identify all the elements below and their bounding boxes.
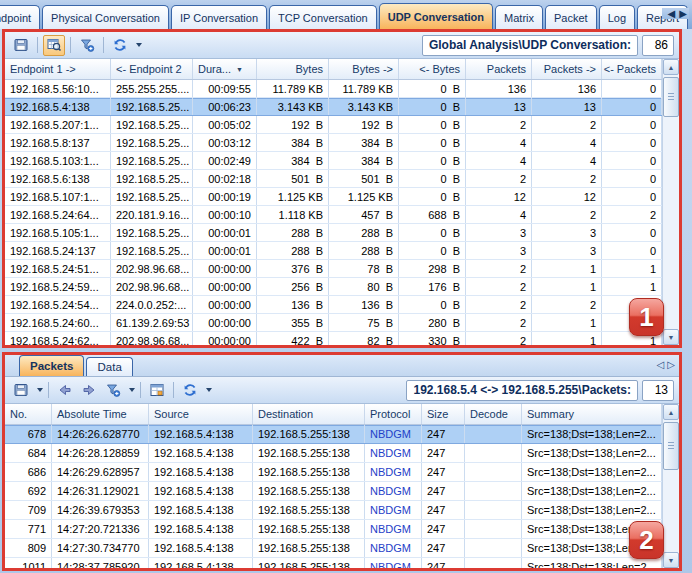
size-cell: 247 <box>422 539 465 557</box>
packet-row[interactable]: 692 14:26:31.129021 192.168.5.4:138 192.… <box>5 482 662 501</box>
conversation-row[interactable]: 192.168.5.24:64... 220.181.9.16... 00:00… <box>5 206 662 224</box>
col-protocol[interactable]: Protocol <box>365 404 422 424</box>
main-tab[interactable]: Physical Conversation <box>42 5 169 29</box>
packets-header-row: No. Absolute Time Source Destination Pro… <box>5 404 662 425</box>
filter-dropdown-caret-icon[interactable] <box>129 388 135 392</box>
main-tab[interactable]: ndpoint <box>0 5 40 29</box>
packet-row[interactable]: 678 14:26:26.628770 192.168.5.4:138 192.… <box>5 425 662 444</box>
col-absolute-time[interactable]: Absolute Time <box>52 404 149 424</box>
refresh-dropdown-caret-icon[interactable] <box>136 43 142 47</box>
endpoint1-cell: 192.168.5.107:1... <box>5 188 111 205</box>
main-tab[interactable]: Matrix <box>495 5 543 29</box>
col-decode[interactable]: Decode <box>465 404 522 424</box>
time-cell: 14:26:39.679353 <box>52 501 149 519</box>
save-dropdown-caret-icon[interactable] <box>37 388 43 392</box>
scrollbar-thumb[interactable] <box>663 77 679 117</box>
decode-view-button[interactable] <box>146 380 168 401</box>
col-source[interactable]: Source <box>149 404 253 424</box>
conversation-row[interactable]: 192.168.5.107:1... 192.168.5.25... 00:00… <box>5 188 662 206</box>
conversation-row[interactable]: 192.168.5.103:1... 192.168.5.25... 00:02… <box>5 152 662 170</box>
previous-packet-button[interactable] <box>54 380 76 401</box>
vertical-scrollbar[interactable]: ▲ ▼ <box>662 59 679 345</box>
conversation-row[interactable]: 192.168.5.24:59... 202.98.96.68... 00:00… <box>5 278 662 296</box>
conversation-row[interactable]: 192.168.5.4:138 192.168.5.25... 00:06:23… <box>5 98 662 116</box>
tab-label: ndpoint <box>0 12 31 24</box>
main-tab[interactable]: Log <box>599 5 635 29</box>
col-packets-out[interactable]: Packets -> <box>532 59 602 79</box>
col-endpoint2[interactable]: <- Endpoint 2 <box>111 59 193 79</box>
packet-row[interactable]: 686 14:26:29.628957 192.168.5.4:138 192.… <box>5 463 662 482</box>
packets-out-cell: 4 <box>532 134 602 151</box>
col-packets[interactable]: Packets <box>466 59 532 79</box>
conversation-row[interactable]: 192.168.5.24:60... 61.139.2.69:53 00:00:… <box>5 314 662 332</box>
conversation-row[interactable]: 192.168.5.24:62... 202.98.96.68... 00:00… <box>5 332 662 345</box>
scroll-up-icon[interactable]: ▲ <box>663 59 679 75</box>
scrollbar-thumb[interactable] <box>663 422 679 470</box>
scroll-down-icon[interactable]: ▼ <box>663 329 679 345</box>
refresh-button[interactable] <box>109 35 131 56</box>
scroll-down-icon[interactable]: ▼ <box>663 552 679 568</box>
packets-cell: 4 <box>466 152 532 169</box>
endpoint1-cell: 192.168.5.8:137 <box>5 134 111 151</box>
source-cell: 192.168.5.4:138 <box>149 463 253 481</box>
subtab-scroll-right-icon[interactable]: ▷ <box>667 359 675 370</box>
conversation-row[interactable]: 192.168.5.105:1... 192.168.5.25... 00:00… <box>5 224 662 242</box>
col-endpoint1[interactable]: Endpoint 1 -> <box>5 59 111 79</box>
packet-row[interactable]: 684 14:26:28.128859 192.168.5.4:138 192.… <box>5 444 662 463</box>
save-packets-button[interactable] <box>10 380 32 401</box>
packet-row[interactable]: 809 14:27:30.734770 192.168.5.4:138 192.… <box>5 539 662 558</box>
col-destination[interactable]: Destination <box>253 404 365 424</box>
export-save-button[interactable] <box>10 35 32 56</box>
packet-row[interactable]: 1011 14:28:37.785920 192.168.5.4:138 192… <box>5 558 662 568</box>
main-tab[interactable]: IP Conversation <box>171 5 267 29</box>
col-bytes-in[interactable]: <- Bytes <box>399 59 466 79</box>
conversation-row[interactable]: 192.168.5.6:138 192.168.5.25... 00:02:18… <box>5 170 662 188</box>
conversation-row[interactable]: 192.168.5.56:10... 255.255.255.... 00:09… <box>5 80 662 98</box>
filter-button[interactable] <box>76 35 98 56</box>
packet-tab[interactable]: Packets <box>19 355 84 376</box>
packets-cell: 2 <box>466 170 532 187</box>
decode-cell <box>465 539 522 557</box>
packet-tab[interactable]: Data <box>86 357 132 376</box>
scroll-up-icon[interactable]: ▲ <box>663 404 679 420</box>
tab-scroll-left-icon[interactable]: ◀ <box>668 8 676 19</box>
vertical-scrollbar[interactable]: ▲ ▼ <box>662 404 679 568</box>
conversation-grid: Endpoint 1 -> <- Endpoint 2 Dura... ▼ By… <box>5 59 679 345</box>
col-duration-label: Dura... <box>198 63 231 75</box>
bytes-cell: 1.118 KB <box>257 206 329 223</box>
endpoint2-cell: 202.98.96.68... <box>111 260 193 277</box>
refresh-packets-button[interactable] <box>179 380 201 401</box>
subtab-scroll-left-icon[interactable]: ◁ <box>657 359 665 370</box>
refresh-dropdown-caret-icon[interactable] <box>206 388 212 392</box>
col-bytes-out[interactable]: Bytes -> <box>329 59 399 79</box>
main-tab[interactable]: Packet <box>545 5 597 29</box>
packet-filter-button[interactable] <box>102 380 124 401</box>
next-packet-button[interactable] <box>78 380 100 401</box>
conversation-row[interactable]: 192.168.5.24:137 192.168.5.25... 00:00:0… <box>5 242 662 260</box>
endpoint2-cell: 192.168.5.25... <box>111 224 193 241</box>
conversation-row[interactable]: 192.168.5.24:51... 202.98.96.68... 00:00… <box>5 260 662 278</box>
bytes-in-cell: 0 B <box>399 134 466 151</box>
packet-row[interactable]: 771 14:27:20.721336 192.168.5.4:138 192.… <box>5 520 662 539</box>
col-summary[interactable]: Summary <box>522 404 662 424</box>
endpoint-details-button[interactable] <box>43 35 65 56</box>
endpoint1-cell: 192.168.5.24:54... <box>5 296 111 313</box>
conversation-row[interactable]: 192.168.5.24:54... 224.0.0.252:... 00:00… <box>5 296 662 314</box>
conversation-row[interactable]: 192.168.5.8:137 192.168.5.25... 00:03:12… <box>5 134 662 152</box>
main-tab[interactable]: TCP Conversation <box>269 5 377 29</box>
col-no[interactable]: No. <box>5 404 52 424</box>
size-cell: 247 <box>422 501 465 519</box>
col-duration[interactable]: Dura... ▼ <box>193 59 257 79</box>
packet-row[interactable]: 709 14:26:39.679353 192.168.5.4:138 192.… <box>5 501 662 520</box>
col-size[interactable]: Size <box>422 404 465 424</box>
size-cell: 247 <box>422 558 465 568</box>
col-bytes[interactable]: Bytes <box>257 59 329 79</box>
size-cell: 247 <box>422 463 465 481</box>
main-tab[interactable]: UDP Conversation <box>379 3 493 29</box>
packets-cell: 2 <box>466 314 532 331</box>
conversation-row[interactable]: 192.168.5.207:1... 192.168.5.25... 00:05… <box>5 116 662 134</box>
tab-scroll-right-icon[interactable]: ▶ <box>679 8 687 19</box>
packets-in-cell: 0 <box>602 80 662 97</box>
packet-tab-bar: Packets Data ◁▷ <box>5 355 679 377</box>
col-packets-in[interactable]: <- Packets <box>602 59 662 79</box>
